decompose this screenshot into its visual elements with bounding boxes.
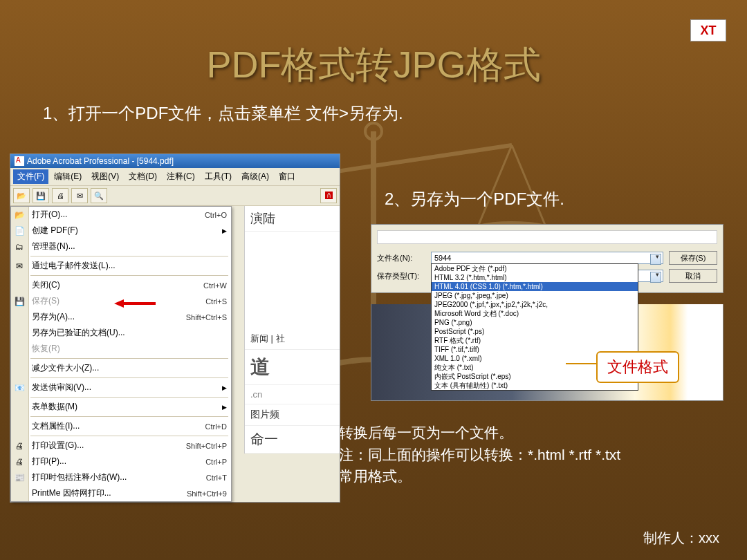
red-arrow-annotation [114, 299, 156, 308]
filename-label: 文件名(N): [377, 253, 425, 263]
toolbar-btn[interactable]: 🖨 [52, 188, 68, 203]
menu-item-label: 创建 PDF(F) [32, 225, 78, 236]
save-button[interactable]: 保存(S) [669, 251, 717, 265]
step2-text: 2、另存为一个PDF文件. [385, 188, 564, 210]
menu-item[interactable]: 另存为(A)...Shift+Ctrl+S [11, 309, 231, 325]
menu-item-label: 文档属性(I)... [32, 420, 80, 432]
filetype-option[interactable]: PostScript (*.ps) [432, 327, 638, 336]
menu-item[interactable]: 🖨打印(P)...Ctrl+P [11, 454, 231, 469]
menu-item[interactable]: PrintMe 因特网打印...Shift+Ctrl+9 [11, 485, 231, 501]
submenu-arrow-icon: ▶ [222, 227, 227, 234]
menu-item-label: 恢复(R) [32, 343, 60, 355]
menu-edit[interactable]: 编辑(E) [50, 169, 86, 184]
acrobat-window: Adobe Acrobat Professional - [5944.pdf] … [10, 153, 340, 503]
menu-item-icon: 📧 [14, 382, 25, 393]
menu-item-icon: 📄 [14, 225, 25, 236]
menu-item-label: 打印(P)... [32, 456, 66, 467]
menu-item[interactable]: 📧发送供审阅(V)...▶ [11, 380, 231, 395]
step1-text: 1、打开一个PDF文件，点击菜单栏 文件>另存为. [43, 102, 403, 124]
slide-title: PDF格式转JPG格式 [0, 40, 747, 91]
menu-item-label: 表单数据(M) [32, 401, 77, 413]
svg-line-6 [477, 145, 512, 228]
menu-item[interactable]: ✉通过电子邮件发送(L)... [11, 258, 231, 274]
filetype-label: 保存类型(T): [377, 271, 425, 281]
menu-item-icon: 🖨 [14, 440, 25, 451]
window-title: Adobe Acrobat Professional - [5944.pdf] [27, 156, 174, 166]
submenu-arrow-icon: ▶ [222, 384, 227, 391]
menu-item-label: 通过电子邮件发送(L)... [32, 260, 116, 272]
filetype-option[interactable]: HTML 3.2 (*.htm,*.html) [432, 273, 638, 282]
filetype-option[interactable]: JPEG2000 (*.jpf,*.jpx,*.jp2,*.j2k,*.j2c, [432, 300, 638, 309]
menu-item-label: 保存(S) [32, 295, 59, 307]
menu-item[interactable]: 减少文件大小(Z)... [11, 360, 231, 376]
menu-item-icon: 📰 [14, 472, 25, 483]
toolbar-btn[interactable]: ✉ [71, 188, 88, 203]
menu-item-label: PrintMe 因特网打印... [32, 487, 111, 499]
callout-line [566, 363, 599, 364]
menu-item-label: 打印设置(G)... [32, 440, 84, 451]
menu-item[interactable]: 关闭(C)Ctrl+W [11, 277, 231, 293]
menu-item[interactable]: 🖨打印设置(G)...Shift+Ctrl+P [11, 438, 231, 454]
menu-doc[interactable]: 文档(D) [124, 169, 161, 184]
toolbar-btn[interactable]: 📂 [13, 188, 30, 203]
filetype-option[interactable]: Adobe PDF 文件 (*.pdf) [432, 264, 638, 273]
filename-combo[interactable]: 5944 [431, 252, 663, 264]
menu-item-label: 关闭(C) [32, 279, 60, 291]
logo-badge: XT [690, 19, 726, 41]
menu-window[interactable]: 窗口 [275, 169, 299, 184]
menu-item-label: 打印时包括注释小结(W)... [32, 472, 127, 483]
menu-item-icon: 📂 [14, 209, 25, 221]
menu-item[interactable]: 🗂管理器(N)... [11, 239, 231, 254]
menu-item-icon: ✉ [14, 261, 25, 272]
menu-item-label: 另存为(A)... [32, 311, 75, 323]
menu-advanced[interactable]: 高级(A) [237, 169, 273, 184]
menu-item: 恢复(R) [11, 341, 231, 357]
menu-item-label: 发送供审阅(V)... [32, 382, 91, 393]
filetype-option[interactable]: RTF 格式 (*.rtf) [432, 336, 638, 345]
svg-marker-10 [114, 299, 124, 308]
menu-item[interactable]: 📄创建 PDF(F)▶ [11, 223, 231, 239]
menu-view[interactable]: 视图(V) [87, 169, 123, 184]
menu-item[interactable]: 文档属性(I)...Ctrl+D [11, 418, 231, 434]
filetype-option[interactable]: PNG (*.png) [432, 318, 638, 327]
filetype-option[interactable]: JPEG (*.jpg,*.jpeg,*.jpe) [432, 291, 638, 300]
acrobat-titlebar: Adobe Acrobat Professional - [5944.pdf] [10, 154, 340, 168]
menu-item-icon: 💾 [14, 296, 25, 307]
page-behind: 演陆 新闻 | 社 道 .cn 图片频 命一 [244, 206, 340, 454]
menu-item-icon: 🖨 [14, 456, 25, 467]
menu-item-label: 打开(O)... [32, 209, 67, 221]
filetype-option[interactable]: Microsoft Word 文档 (*.doc) [432, 309, 638, 318]
menu-item[interactable]: 表单数据(M)▶ [11, 399, 231, 415]
author-text: 制作人：xxx [643, 529, 719, 548]
menu-item-label: 管理器(N)... [32, 241, 75, 252]
pdf-icon [15, 156, 24, 166]
toolbar-btn[interactable]: 🅰 [320, 188, 337, 203]
menubar[interactable]: 文件(F) 编辑(E) 视图(V) 文档(D) 注释(C) 工具(T) 高级(A… [10, 168, 340, 186]
svg-line-7 [512, 145, 546, 228]
toolbar-btn[interactable]: 💾 [33, 188, 49, 203]
toolbar-btn[interactable]: 🔍 [91, 188, 107, 203]
menu-item-label: 另存为已验证的文档(U)... [32, 327, 125, 339]
toolbar: 📂 💾 🖨 ✉ 🔍 🅰 [10, 186, 340, 206]
cancel-button[interactable]: 取消 [669, 269, 717, 283]
menu-comment[interactable]: 注释(C) [163, 169, 199, 184]
menu-item[interactable]: 📂打开(O)...Ctrl+O [11, 207, 231, 223]
filetype-option[interactable]: HTML 4.01 (CSS 1.0) (*.htm,*.html) [432, 282, 638, 291]
save-as-dialog: 文件名(N): 5944 保存(S) 保存类型(T): Adobe PDF 文件… [371, 224, 723, 293]
file-menu-dropdown: 📂打开(O)...Ctrl+O📄创建 PDF(F)▶🗂管理器(N)...✉通过电… [10, 206, 232, 502]
menu-tools[interactable]: 工具(T) [201, 169, 236, 184]
menu-item[interactable]: 另存为已验证的文档(U)... [11, 325, 231, 341]
menu-item-label: 减少文件大小(Z)... [32, 362, 99, 374]
note-text: 转换后每一页为一个文件。 注：同上面的操作可以转换：*.html *.rtf *… [339, 422, 726, 487]
menu-file[interactable]: 文件(F) [13, 169, 48, 184]
menu-item[interactable]: 📰打印时包括注释小结(W)...Ctrl+T [11, 469, 231, 485]
menu-item-icon: 🗂 [14, 241, 25, 252]
submenu-arrow-icon: ▶ [222, 404, 227, 411]
callout-file-format: 文件格式 [596, 351, 679, 383]
